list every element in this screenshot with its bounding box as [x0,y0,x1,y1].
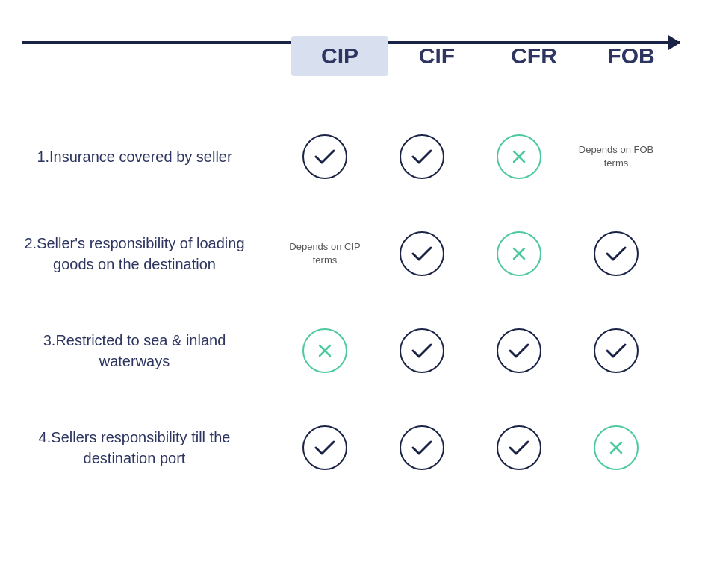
check-icon [302,134,347,179]
table-row: 2.Seller's responsibility of loading goo… [0,205,702,302]
data-grid: 1.Insurance covered by seller Depends on… [0,108,702,496]
row-cells: Depends on FOB terms [276,134,695,179]
table-cell [373,134,470,179]
table-cell [568,328,665,373]
table-cell [470,231,568,276]
table-cell [568,425,665,470]
row-label: 2.Seller's responsibility of loading goo… [0,233,276,275]
check-icon [497,328,541,373]
row-cells [276,328,695,373]
check-icon [594,231,639,276]
header-row: CIPCIFCFRFOB [291,36,687,76]
row-label: 3.Restricted to sea & inland waterways [0,330,276,372]
row-label: 1.Insurance covered by seller [0,146,276,167]
table-cell: Depends on CIP terms [276,231,373,276]
table-cell: Depends on FOB terms [568,134,665,179]
x-icon [497,134,541,179]
table-cell [276,328,373,373]
col-header-cip: CIP [291,36,388,76]
x-icon [497,231,541,276]
table-cell [568,231,665,276]
table-row: 4.Sellers responsibility till the destin… [0,399,702,496]
table-cell [373,328,470,373]
table-cell [373,425,470,470]
table-cell [373,231,470,276]
check-icon [400,328,444,373]
table-row: 3.Restricted to sea & inland waterways [0,302,702,399]
depends-text: Depends on FOB terms [568,143,665,170]
table-row: 1.Insurance covered by seller Depends on… [0,108,702,205]
check-icon [400,134,444,179]
x-icon [302,328,347,373]
main-container: CIPCIFCFRFOB 1.Insurance covered by sell… [0,0,702,588]
table-cell [470,134,568,179]
table-cell [470,328,568,373]
col-header-cif: CIF [388,36,485,76]
col-header-fob: FOB [583,36,680,76]
row-label: 4.Sellers responsibility till the destin… [0,427,276,469]
x-icon [594,425,639,470]
row-cells [276,425,695,470]
col-header-cfr: CFR [485,36,583,76]
check-icon [400,425,444,470]
check-icon [302,425,347,470]
check-icon [594,328,639,373]
table-cell [276,425,373,470]
table-cell [276,134,373,179]
table-cell [470,425,568,470]
check-icon [497,425,541,470]
depends-text: Depends on CIP terms [276,240,373,267]
check-icon [400,231,444,276]
row-cells: Depends on CIP terms [276,231,695,276]
